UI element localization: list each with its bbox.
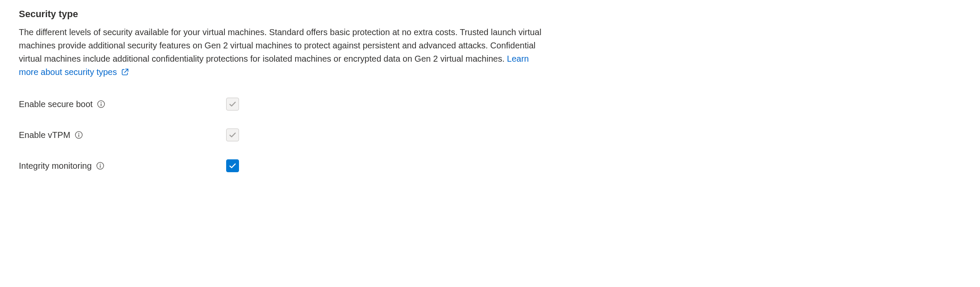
label-secure-boot: Enable secure boot	[19, 99, 93, 109]
info-icon[interactable]	[97, 100, 105, 108]
external-link-icon	[121, 66, 129, 80]
svg-point-1	[101, 102, 102, 103]
field-row-secure-boot: Enable secure boot	[19, 98, 961, 111]
field-row-vtpm: Enable vTPM	[19, 129, 961, 141]
checkbox-vtpm	[226, 129, 239, 141]
info-icon[interactable]	[96, 161, 105, 170]
label-vtpm: Enable vTPM	[19, 130, 70, 140]
checkbox-secure-boot	[226, 98, 239, 111]
info-icon[interactable]	[75, 131, 83, 139]
checkbox-integrity[interactable]	[226, 159, 239, 172]
section-description: The different levels of security availab…	[19, 26, 541, 80]
label-wrap-vtpm: Enable vTPM	[19, 130, 226, 140]
label-wrap-secure-boot: Enable secure boot	[19, 99, 226, 109]
svg-point-4	[78, 133, 79, 134]
svg-rect-8	[100, 165, 101, 168]
label-wrap-integrity: Integrity monitoring	[19, 161, 226, 171]
svg-rect-2	[101, 104, 102, 106]
field-row-integrity: Integrity monitoring	[19, 159, 961, 172]
label-integrity: Integrity monitoring	[19, 161, 92, 171]
section-heading: Security type	[19, 9, 961, 20]
description-text: The different levels of security availab…	[19, 27, 541, 63]
svg-rect-5	[78, 135, 79, 137]
svg-point-7	[100, 164, 101, 164]
